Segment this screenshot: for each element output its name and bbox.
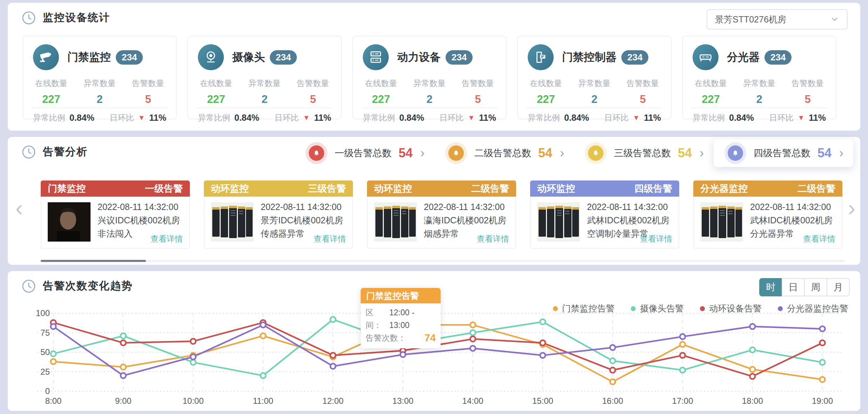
carousel-prev-icon[interactable]: ‹	[15, 197, 23, 219]
abnormal-ratio-value: 0.84%	[69, 113, 94, 123]
alarm-level-count: 54	[678, 146, 692, 160]
alert-location: 兴议IDC机楼002机房	[98, 213, 180, 227]
chevron-right-icon: ›	[420, 147, 425, 159]
tooltip-body: 区间： 12:00 - 13:00 告警次数： 74	[361, 303, 441, 348]
chevron-right-icon: ›	[560, 147, 564, 159]
svg-text:0: 0	[45, 386, 50, 396]
alarm-count-value: 5	[462, 93, 494, 106]
device-stat-card-foot: 异常比例 0.84% 日环比 ▼ 11%	[188, 112, 341, 123]
online-count-value: 227	[200, 93, 232, 106]
room-selector-dropdown[interactable]: 景芳STT0276机房	[707, 9, 848, 29]
day-over-day-value: 11%	[479, 113, 496, 123]
alarm-level-count: 54	[817, 146, 832, 160]
alert-card-body: 2022-08-11 14:32:00 景芳IDC机楼002机房 传感器异常 查…	[204, 197, 353, 249]
alarm-level-summary-item[interactable]: 三级告警总数 54 ›	[574, 139, 714, 167]
alert-source-label: 动环监控	[211, 182, 249, 195]
alert-card-body: 2022-08-11 14:32:00 兴议IDC机楼002机房 非法闯入 查看…	[41, 197, 190, 249]
abnormal-count-label: 异常数量	[413, 78, 446, 89]
online-count-label: 在线数量	[365, 78, 397, 89]
carousel-next-icon[interactable]: ›	[848, 197, 855, 219]
device-type-label: 门禁监控	[67, 50, 111, 65]
alert-card: 动环监控 三级告警 2022-08-11 14:32:00 景芳IDC机楼002…	[204, 180, 353, 249]
device-metrics: 在线数量227 异常数量2 告警数量5	[683, 78, 836, 106]
online-count-value: 227	[695, 93, 727, 106]
device-metrics: 在线数量227 异常数量2 告警数量5	[518, 78, 671, 106]
chevron-down-icon	[830, 15, 839, 24]
device-total-badge: 234	[621, 50, 648, 65]
carousel-scrollbar-thumb[interactable]	[41, 260, 146, 262]
online-count-label: 在线数量	[695, 78, 727, 89]
alarm-level-label: 四级告警总数	[754, 147, 810, 159]
triangle-down-icon: ▼	[138, 114, 145, 122]
alert-card-body: 2022-08-11 14:32:00 武林IDC机楼002机房 分光器异常 查…	[693, 197, 842, 249]
device-stat-card: 门禁控制器 234 在线数量227 异常数量2 告警数量5 异常比例 0.84%…	[517, 36, 672, 119]
device-stat-card: 动力设备 234 在线数量227 异常数量2 告警数量5 异常比例 0.84% …	[352, 36, 507, 119]
time-granularity-button[interactable]: 周	[804, 278, 827, 296]
time-granularity-button[interactable]: 时	[759, 278, 782, 296]
page-section-title: 监控设备统计	[43, 11, 110, 25]
view-details-link[interactable]: 查看详情	[803, 234, 835, 244]
door-controller-icon	[528, 44, 554, 70]
tooltip-range-label: 区间：	[366, 306, 389, 331]
divider	[361, 107, 498, 108]
alert-timestamp: 2022-08-11 14:32:00	[750, 200, 833, 213]
alarm-count-label: 告警数量	[297, 78, 329, 89]
clock-icon	[22, 11, 36, 25]
alarm-count-value: 5	[792, 93, 824, 106]
alarm-count-label: 告警数量	[462, 78, 494, 89]
svg-text:10:00: 10:00	[183, 396, 204, 406]
alert-card-header: 动环监控 二级告警	[367, 180, 516, 197]
device-stat-card-foot: 异常比例 0.84% 日环比 ▼ 11%	[683, 112, 836, 123]
online-count-label: 在线数量	[35, 78, 67, 89]
device-total-badge: 234	[446, 50, 473, 65]
server-rack-photo	[374, 202, 417, 242]
divider	[526, 107, 662, 108]
alert-timestamp: 2022-08-11 14:32:00	[587, 200, 669, 213]
view-details-link[interactable]: 查看详情	[151, 234, 183, 244]
alert-timestamp: 2022-08-11 14:32:00	[424, 200, 506, 213]
view-details-link[interactable]: 查看详情	[314, 234, 346, 244]
online-count-value: 227	[530, 93, 562, 106]
tooltip-count-label: 告警次数：	[366, 331, 406, 344]
abnormal-count-value: 2	[248, 93, 281, 106]
svg-text:100: 100	[36, 308, 50, 318]
view-details-link[interactable]: 查看详情	[477, 234, 509, 244]
device-total-badge: 234	[764, 50, 792, 65]
day-over-day-value: 11%	[149, 113, 166, 123]
server-rack-photo	[537, 202, 580, 242]
time-granularity-button[interactable]: 日	[782, 278, 805, 296]
device-type-label: 门禁控制器	[562, 50, 616, 65]
alert-card-body: 2022-08-11 14:32:00 瀛海IDC机楼002机房 烟感异常 查看…	[367, 197, 516, 249]
view-details-link[interactable]: 查看详情	[640, 234, 672, 244]
abnormal-count-label: 异常数量	[578, 78, 610, 89]
svg-text:9:00: 9:00	[115, 396, 132, 406]
device-type-label: 摄像头	[232, 50, 265, 65]
abnormal-count-value: 2	[413, 93, 446, 106]
alarm-count-value: 5	[627, 93, 659, 106]
alarm-level-count: 54	[538, 146, 552, 160]
divider	[196, 107, 333, 108]
time-granularity-button[interactable]: 月	[827, 278, 850, 296]
day-over-day-label: 日环比	[275, 112, 299, 123]
alarm-count-label: 告警数量	[627, 78, 659, 89]
alarm-analysis-panel: 告警分析 一级告警总数 54 › 二级告警总数 54 › 三级告警总数 54 ›…	[8, 137, 860, 265]
device-stat-card-head: 门禁监控 234	[33, 44, 143, 70]
alarm-level-summary-item[interactable]: 四级告警总数 54 ›	[714, 139, 853, 167]
alarm-level-count: 54	[399, 146, 413, 160]
alert-card: 门禁监控 一级告警 2022-08-11 14:32:00 兴议IDC机楼002…	[41, 180, 190, 249]
alert-cards-carousel: 门禁监控 一级告警 2022-08-11 14:32:00 兴议IDC机楼002…	[41, 180, 842, 249]
device-stat-card-foot: 异常比例 0.84% 日环比 ▼ 11%	[23, 112, 176, 123]
alarm-count-value: 5	[297, 93, 329, 106]
abnormal-count-label: 异常数量	[248, 78, 281, 89]
abnormal-count-value: 2	[743, 93, 775, 106]
day-over-day-label: 日环比	[440, 112, 464, 123]
alert-location: 瀛海IDC机楼002机房	[424, 213, 506, 227]
device-stat-card-foot: 异常比例 0.84% 日环比 ▼ 11%	[518, 112, 671, 123]
alarm-level-summary-item[interactable]: 一级告警总数 54 ›	[295, 139, 434, 167]
clock-icon	[22, 279, 36, 293]
alarm-level-summary-item[interactable]: 二级告警总数 54 ›	[434, 139, 574, 167]
online-count-label: 在线数量	[200, 78, 232, 89]
device-stats-panel: 监控设备统计 景芳STT0276机房 门禁监控 234 在线数量227 异常数量…	[8, 3, 860, 131]
alert-level-label: 二级告警	[797, 182, 835, 195]
alert-card: 动环监控 四级告警 2022-08-11 14:32:00 武林IDC机楼002…	[530, 180, 679, 249]
